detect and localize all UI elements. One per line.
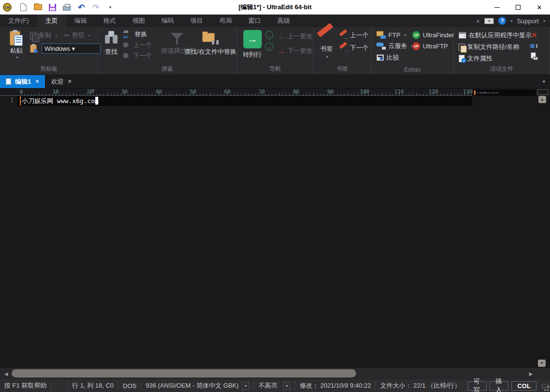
menu-tab-edit[interactable]: 编辑: [66, 15, 95, 27]
open-file-button[interactable]: [33, 2, 43, 12]
encoding-dropdown-icon[interactable]: ▼: [242, 382, 249, 390]
new-file-button[interactable]: [18, 2, 28, 12]
doc-tab-welcome[interactable]: 欢迎 ✕: [45, 75, 77, 88]
help-dropdown-icon[interactable]: ▾: [510, 19, 512, 23]
ruler-tick: [255, 94, 255, 95]
maximize-button[interactable]: [507, 0, 529, 15]
qat-customize-button[interactable]: ▾: [105, 2, 115, 12]
extras-left-column: FTP ▾ 云服务 ▾ 比较: [376, 31, 413, 62]
collapse-ribbon-button[interactable]: ∧: [476, 18, 480, 24]
status-empty: [51, 381, 68, 390]
ruler-tick: [282, 94, 283, 95]
support-dropdown-icon[interactable]: ▾: [543, 19, 545, 23]
find-button[interactable]: 查找: [105, 31, 118, 56]
support-menu[interactable]: Support: [517, 17, 539, 25]
ultrafinder-label: UltraFinder: [423, 31, 454, 39]
replace-icon: AB AC: [123, 30, 132, 39]
goto-line-button[interactable]: → 转到行: [243, 30, 262, 59]
menu-tab-encoding[interactable]: 编码: [153, 15, 182, 27]
file-properties-button[interactable]: i 文件属性: [459, 54, 532, 63]
status-caret-position-text: 行 1, 列 18, C0: [72, 381, 114, 390]
prev-bookmark-button[interactable]: ← 上一个: [341, 31, 369, 40]
menu-tab-home[interactable]: 主页: [37, 15, 66, 27]
ruler-tick: [245, 93, 245, 95]
save-button[interactable]: [47, 2, 57, 12]
tab-list-dropdown-icon[interactable]: ▼: [542, 79, 546, 84]
print-button[interactable]: [62, 2, 72, 12]
clipboard-selector-value: Windows 剪贴板: [45, 45, 71, 53]
editor-area[interactable]: 1 小刀娱乐网 www.x6g.com: [0, 96, 550, 368]
next-bookmark-button[interactable]: → 下一个: [341, 44, 369, 52]
writable-toggle[interactable]: 可写: [468, 381, 487, 391]
replace-button[interactable]: AB AC 替换: [123, 30, 152, 39]
next-change-button[interactable]: → 下一更改: [278, 46, 312, 55]
minimap[interactable]: 小刀娱乐网 www.x6g.com: [473, 90, 536, 96]
copy-file-path-button[interactable]: 复制文件路径/名称: [459, 43, 532, 51]
scroll-up-button[interactable]: ▲: [538, 96, 546, 103]
status-highlight-mode[interactable]: 不高亮 ▼: [254, 381, 295, 390]
find-prev-button[interactable]: 上一个: [123, 41, 152, 49]
horizontal-scrollbar[interactable]: ◀ ▶: [0, 368, 550, 379]
status-line-ending[interactable]: DOS: [119, 381, 141, 390]
prev-change-button[interactable]: ← 上一更改: [278, 32, 312, 41]
scroll-right-button[interactable]: ▶: [527, 370, 535, 377]
resize-grip[interactable]: [544, 386, 549, 391]
ribbon-mode-icon[interactable]: ▼: [484, 18, 494, 24]
copy-button[interactable]: 复制 ▾: [30, 31, 57, 40]
doc-tab-edit1[interactable]: 编辑1 ✕: [0, 75, 45, 88]
ruler-tick: [348, 93, 348, 95]
show-in-default-app-button[interactable]: ↑ 在默认应用程序中显示: [459, 31, 532, 40]
vertical-scrollbar-thumb[interactable]: [537, 89, 549, 95]
menu-tab-file[interactable]: 文件(F): [0, 15, 37, 27]
menu-tab-format[interactable]: 格式: [95, 15, 124, 27]
highlight-dropdown-icon[interactable]: ▼: [283, 382, 290, 390]
menu-tab-advanced[interactable]: 高级: [269, 15, 298, 27]
cloud-services-button[interactable]: 云服务 ▾: [376, 42, 413, 50]
nav-back-button[interactable]: ←: [265, 31, 273, 39]
clipboard-selector[interactable]: Windows 剪贴板 ▾: [42, 44, 101, 54]
compare-button[interactable]: 比较: [376, 53, 413, 62]
bookmark-button[interactable]: 书签 ▾: [319, 30, 334, 59]
ruler-tick: [344, 94, 344, 95]
chevron-down-icon: ▾: [109, 5, 112, 10]
menu-tab-window[interactable]: 窗口: [240, 15, 269, 27]
horizontal-scrollbar-thumb[interactable]: [12, 369, 356, 377]
column-mode-toggle[interactable]: COL: [511, 381, 536, 391]
doc-tab-welcome-close-icon[interactable]: ✕: [67, 78, 72, 85]
cut-label: 剪切: [72, 31, 85, 40]
rename-file-button[interactable]: I: [530, 43, 538, 49]
undo-button[interactable]: ↶: [76, 2, 86, 12]
cut-button[interactable]: ✂ 剪切 ▾: [64, 31, 90, 40]
scroll-left-button[interactable]: ◀: [2, 370, 10, 377]
close-button[interactable]: ✕: [529, 0, 550, 15]
ultraftp-button[interactable]: UF UltraFTP: [412, 42, 454, 50]
close-file-button[interactable]: ✕: [531, 31, 537, 40]
scroll-down-button[interactable]: ▼: [538, 360, 546, 367]
minimize-button[interactable]: [486, 0, 507, 15]
menu-tab-layout[interactable]: 布局: [211, 15, 240, 27]
status-encoding[interactable]: 936 (ANSI/OEM - 简体中文 GBK) ▼: [141, 381, 254, 390]
paste-button[interactable]: 粘贴 ▾: [5, 30, 28, 60]
ruler-tick: [210, 93, 211, 95]
ultraftp-icon: UF: [412, 42, 420, 50]
menu-tab-project[interactable]: 项目: [182, 15, 211, 27]
email-file-button[interactable]: [531, 52, 538, 60]
redo-button[interactable]: ↷: [91, 2, 101, 12]
nav-forward-button[interactable]: →: [265, 43, 273, 51]
doc-tab-edit1-close-icon[interactable]: ✕: [35, 78, 39, 85]
clipboard-user-icon: [30, 45, 37, 53]
menu-tab-view[interactable]: 视图: [124, 15, 153, 27]
ultraedit-logo-icon[interactable]: UE: [3, 3, 12, 12]
insert-mode-toggle[interactable]: 插入: [490, 381, 508, 391]
paste-label: 粘贴: [10, 46, 23, 55]
folder-find-icon: [202, 31, 219, 45]
next-bookmark-label: 下一个: [350, 44, 369, 52]
ftp-button[interactable]: FTP ▾: [376, 31, 413, 39]
find-in-files-button[interactable]: 查找/在文件中替换: [185, 31, 236, 56]
ruler-tick: [310, 94, 310, 95]
find-in-files-label: 查找/在文件中替换: [184, 47, 237, 56]
ftp-dropdown-icon: ▾: [404, 33, 406, 37]
ultrafinder-button[interactable]: UF UltraFinder: [412, 31, 454, 39]
find-next-button[interactable]: 下一个: [123, 51, 152, 60]
help-icon[interactable]: ?: [498, 17, 506, 25]
